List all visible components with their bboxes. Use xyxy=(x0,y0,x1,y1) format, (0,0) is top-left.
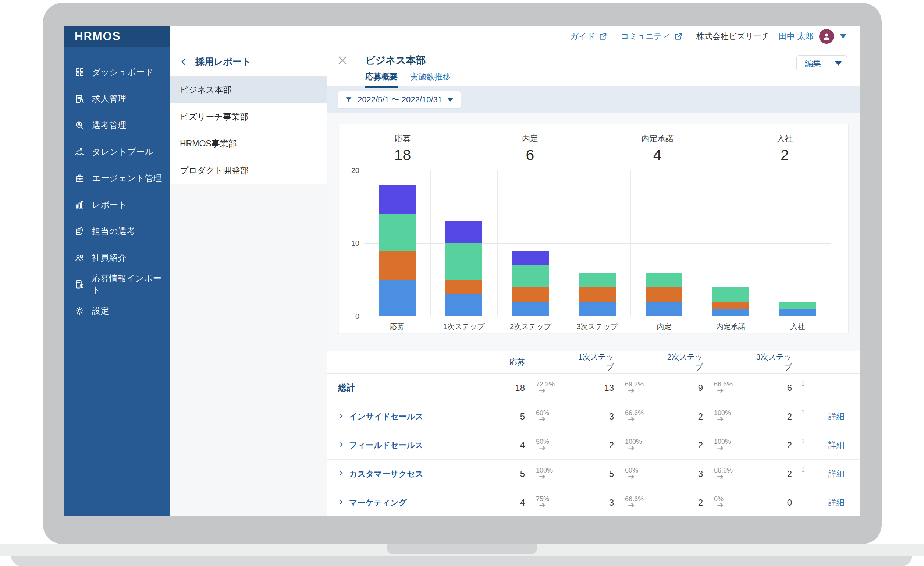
chevron-left-icon[interactable] xyxy=(180,58,187,66)
segment-purple xyxy=(446,221,482,243)
date-range-filter[interactable]: 2022/5/1 〜 2022/10/31 xyxy=(338,91,460,108)
edit-button[interactable]: 編集 xyxy=(797,56,829,71)
segment-orange xyxy=(579,287,616,302)
footnote-marker: 1 xyxy=(793,374,813,387)
guide-link-label: ガイド xyxy=(570,31,595,42)
sidebar-item-settings[interactable]: 設定 xyxy=(64,297,170,324)
table-row: フィールドセールス450%➔2100%➔2100%➔21詳細 xyxy=(327,431,860,459)
chevron-down-icon xyxy=(835,62,842,66)
arrow-right-icon: ➔ xyxy=(717,473,752,480)
segment-blue xyxy=(779,309,816,317)
logo-block: HRMOS xyxy=(64,26,170,47)
row-label-cell[interactable]: フィールドセールス xyxy=(327,431,485,459)
stacked-bar xyxy=(379,185,416,317)
arrow-right-icon: ➔ xyxy=(717,501,752,509)
sidebar-item-selection-management[interactable]: 選考管理 xyxy=(64,112,170,138)
person-icon xyxy=(822,32,831,41)
user-menu[interactable]: 田中 太郎 xyxy=(779,29,846,44)
detail-link[interactable]: 詳細 xyxy=(813,497,860,508)
edit-split-button: 編集 xyxy=(796,55,847,71)
chart-column xyxy=(364,170,430,317)
sidebar-item-assigned-selection[interactable]: 担当の選考 xyxy=(64,218,170,244)
chevron-right-icon[interactable] xyxy=(338,499,344,506)
tab-application-summary[interactable]: 応募概要 xyxy=(365,71,398,88)
row-label-cell: 総計 xyxy=(327,374,485,402)
report-list-item[interactable]: プロダクト開発部 xyxy=(170,157,327,184)
segment-green xyxy=(512,265,549,287)
sidebar-item-dashboard[interactable]: ダッシュボード xyxy=(64,59,170,86)
row-label-cell[interactable]: マーケティング xyxy=(327,488,485,516)
stacked-bar xyxy=(645,273,682,317)
chevron-right-icon[interactable] xyxy=(338,413,344,420)
job-management-icon xyxy=(75,94,85,104)
row-label-cell[interactable]: インサイドセールス xyxy=(327,402,485,431)
conversion-rate: 66.6%➔ xyxy=(704,467,752,480)
breakdown-table: 応募1次ステップ2次ステップ3次ステップ総計1872.2%➔1369.2%➔96… xyxy=(327,351,860,516)
row-label[interactable]: フィールドセールス xyxy=(349,440,423,451)
footnote-marker: 1 xyxy=(793,431,813,445)
x-axis-label: 3次ステップ xyxy=(564,317,630,333)
sidebar-item-label: 担当の選考 xyxy=(92,225,135,237)
segment-blue xyxy=(712,309,749,317)
count-value: 2 xyxy=(752,469,793,479)
chevron-right-icon[interactable] xyxy=(338,441,344,449)
community-link-label: コミュニティ xyxy=(621,31,670,42)
chevron-right-icon[interactable] xyxy=(338,470,344,478)
table-row: 総計1872.2%➔1369.2%➔966.6%➔61 xyxy=(327,374,860,402)
filter-bar: 2022/5/1 〜 2022/10/31 xyxy=(327,86,860,113)
row-label-cell[interactable]: カスタマーサクセス xyxy=(327,459,485,488)
avatar[interactable] xyxy=(819,29,834,44)
stat-label: 入社 xyxy=(777,133,793,144)
detail-link-label: 詳細 xyxy=(828,440,844,450)
sidebar-item-applicant-import[interactable]: 応募情報インポート xyxy=(64,271,170,297)
table-row: インサイドセールス560%➔366.6%➔2100%➔21詳細 xyxy=(327,402,860,431)
count-value: 5 xyxy=(485,469,526,479)
sidebar-item-employee-referral[interactable]: 社員紹介 xyxy=(64,244,170,271)
report-list-item[interactable]: ビジネス本部 xyxy=(170,77,327,104)
close-icon[interactable] xyxy=(337,55,348,66)
sidebar-item-agent-management[interactable]: エージェント管理 xyxy=(64,165,170,191)
selection-management-icon xyxy=(75,120,85,130)
sidebar-item-talent-pool[interactable]: タレントプール xyxy=(64,138,170,165)
conversion-rate: 66.6%➔ xyxy=(615,496,663,509)
table-header-spacer xyxy=(327,351,485,373)
chart-column xyxy=(630,170,697,317)
employee-referral-icon xyxy=(75,253,85,263)
row-label[interactable]: カスタマーサクセス xyxy=(349,468,423,479)
conversion-rate: 60%➔ xyxy=(526,410,574,423)
sidebar-item-report[interactable]: レポート xyxy=(64,191,170,218)
row-label[interactable]: インサイドセールス xyxy=(349,411,423,422)
edit-dropdown-button[interactable] xyxy=(829,56,847,71)
detail-link[interactable]: 詳細 xyxy=(813,468,860,479)
arrow-right-icon: ➔ xyxy=(628,444,663,452)
arrow-right-icon: ➔ xyxy=(539,444,574,452)
funnel-chart: 20100 応募1次ステップ2次ステップ3次ステップ内定内定承諾入社 xyxy=(339,168,848,333)
community-link[interactable]: コミュニティ xyxy=(621,31,682,42)
x-axis-label: 1次ステップ xyxy=(430,317,497,333)
guide-link[interactable]: ガイド xyxy=(570,31,607,42)
report-summary-card: 応募18内定6内定承諾4入社2 20100 応募1次ステップ2次ステップ3次ステ… xyxy=(339,124,849,333)
sidebar-item-label: 設定 xyxy=(92,305,109,317)
report-list-item[interactable]: HRMOS事業部 xyxy=(170,130,327,157)
detail-link[interactable]: 詳細 xyxy=(813,411,860,422)
detail-link[interactable]: 詳細 xyxy=(813,440,860,451)
sidebar-item-job-management[interactable]: 求人管理 xyxy=(64,86,170,112)
arrow-right-icon: ➔ xyxy=(717,444,752,452)
segment-blue xyxy=(446,294,482,317)
stat-value: 2 xyxy=(780,146,789,164)
sidebar-item-label: レポート xyxy=(92,199,127,210)
chart-x-labels: 応募1次ステップ2次ステップ3次ステップ内定内定承諾入社 xyxy=(364,317,831,333)
x-axis-label: 内定承諾 xyxy=(698,317,764,333)
hrmos-logo: HRMOS xyxy=(75,30,121,43)
report-list-item[interactable]: ビズリーチ事業部 xyxy=(170,104,327,130)
arrow-right-icon: ➔ xyxy=(717,415,752,423)
stat-cell: 入社2 xyxy=(721,125,848,168)
x-axis-label: 2次ステップ xyxy=(497,317,564,333)
row-label[interactable]: マーケティング xyxy=(349,497,407,508)
conversion-rate: 72.2%➔ xyxy=(526,381,574,395)
footnote-marker xyxy=(793,488,813,495)
company-name: 株式会社ビズリーチ xyxy=(696,31,770,42)
chevron-down-icon[interactable] xyxy=(840,34,846,38)
stat-label: 内定承諾 xyxy=(641,133,674,144)
tab-execution-trend[interactable]: 実施数推移 xyxy=(410,71,451,88)
